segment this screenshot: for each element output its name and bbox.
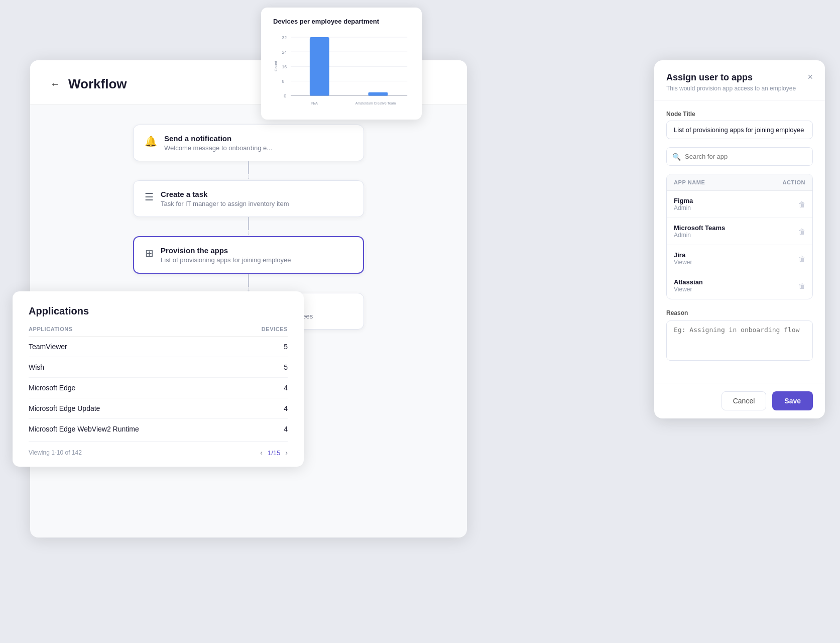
- cancel-button[interactable]: Cancel: [722, 391, 767, 410]
- col-applications-label: APPLICATIONS: [29, 326, 73, 332]
- app-atlassian-name: Atlassian: [674, 278, 703, 286]
- app-devices-msedgewebview: 4: [284, 425, 288, 433]
- node-subtitle-create-task: Task for IT manager to assign inventory …: [161, 200, 289, 207]
- node-title-input[interactable]: [666, 121, 813, 139]
- flow-node-create-task[interactable]: ☰ Create a task Task for IT manager to a…: [133, 180, 364, 217]
- node-subtitle-provision-apps: List of provisioning apps for joining em…: [161, 256, 291, 264]
- task-icon: ☰: [145, 191, 154, 203]
- svg-text:Count: Count: [274, 60, 278, 71]
- app-devices-teamviewer: 5: [284, 343, 288, 351]
- app-name-msedgeupdate: Microsoft Edge Update: [29, 404, 100, 412]
- table-row: Microsoft Edge Update 4: [29, 398, 288, 419]
- chart-area: 32 24 16 8 0 Count N/A Amsterdam Creativ…: [273, 31, 410, 112]
- app-devices-msedgeupdate: 4: [284, 404, 288, 412]
- apps-table-header: APPLICATIONS DEVICES: [29, 326, 288, 337]
- list-item: Atlassian Viewer 🗑: [667, 272, 812, 299]
- assign-footer: Cancel Save: [654, 383, 825, 418]
- delete-atlassian-icon[interactable]: 🗑: [798, 282, 805, 290]
- svg-text:Amsterdam Creative Team: Amsterdam Creative Team: [355, 101, 396, 105]
- col-app-name-label: APP NAME: [674, 179, 705, 185]
- app-jira-role: Viewer: [674, 259, 692, 266]
- apps-list-table: APP NAME ACTION Figma Admin 🗑 Microsoft …: [666, 174, 813, 299]
- next-page-button[interactable]: ›: [285, 449, 288, 457]
- apps-footer: Viewing 1-10 of 142 ‹ 1/15 ›: [29, 441, 288, 457]
- table-row: Microsoft Edge 4: [29, 378, 288, 398]
- connector-2: [247, 217, 251, 236]
- app-msteams-role: Admin: [674, 232, 725, 239]
- col-action-label: ACTION: [783, 179, 805, 185]
- app-name-teamviewer: TeamViewer: [29, 343, 67, 351]
- list-item: Figma Admin 🗑: [667, 191, 812, 218]
- reason-label: Reason: [666, 309, 813, 316]
- app-atlassian-role: Viewer: [674, 286, 703, 293]
- node-title-label: Node Title: [666, 111, 813, 118]
- svg-text:N/A: N/A: [311, 101, 318, 105]
- svg-rect-11: [310, 37, 329, 96]
- node-title-send-notification-1: Send a notification: [164, 134, 272, 143]
- svg-text:24: 24: [282, 50, 287, 55]
- assign-panel-title: Assign user to apps: [666, 72, 796, 83]
- app-figma-name: Figma: [674, 197, 693, 204]
- pagination[interactable]: ‹ 1/15 ›: [260, 449, 288, 457]
- svg-rect-12: [368, 92, 388, 96]
- table-row: Wish 5: [29, 357, 288, 378]
- app-msteams-name: Microsoft Teams: [674, 224, 725, 232]
- svg-text:0: 0: [284, 93, 286, 98]
- node-title-provision-apps: Provision the apps: [161, 246, 291, 255]
- chart-panel: Devices per employee department 32 24 16…: [261, 8, 422, 120]
- search-icon: 🔍: [672, 153, 681, 161]
- table-row: TeamViewer 5: [29, 337, 288, 357]
- svg-text:16: 16: [282, 64, 287, 69]
- list-item: Microsoft Teams Admin 🗑: [667, 218, 812, 245]
- apps-icon: ⊞: [145, 247, 154, 259]
- flow-node-provision-apps[interactable]: ⊞ Provision the apps List of provisionin…: [133, 236, 364, 274]
- chart-title: Devices per employee department: [273, 18, 410, 25]
- applications-panel: Applications APPLICATIONS DEVICES TeamVi…: [13, 291, 304, 467]
- app-figma-role: Admin: [674, 204, 693, 211]
- assign-header: Assign user to apps This would provision…: [654, 60, 825, 100]
- svg-text:32: 32: [282, 35, 287, 40]
- delete-msteams-icon[interactable]: 🗑: [798, 228, 805, 236]
- apps-table-body: TeamViewer 5 Wish 5 Microsoft Edge 4 Mic…: [29, 337, 288, 439]
- applications-panel-title: Applications: [29, 305, 288, 317]
- svg-text:8: 8: [282, 79, 284, 84]
- save-button[interactable]: Save: [772, 391, 813, 410]
- list-item: Jira Viewer 🗑: [667, 245, 812, 272]
- close-button[interactable]: ×: [807, 72, 813, 81]
- search-input[interactable]: [666, 147, 813, 166]
- delete-jira-icon[interactable]: 🗑: [798, 255, 805, 263]
- app-name-msedge: Microsoft Edge: [29, 384, 75, 392]
- col-devices-label: DEVICES: [262, 326, 288, 332]
- connector-3: [247, 274, 251, 293]
- assign-panel-subtitle: This would provision app access to an em…: [666, 85, 796, 92]
- back-button[interactable]: ←: [50, 78, 60, 90]
- app-devices-wish: 5: [284, 363, 288, 371]
- app-name-msedgewebview: Microsoft Edge WebView2 Runtime: [29, 425, 139, 433]
- apps-list-header: APP NAME ACTION: [667, 174, 812, 191]
- flow-node-send-notification-1[interactable]: 🔔 Send a notification Welcome message to…: [133, 125, 364, 161]
- search-wrapper: 🔍: [666, 147, 813, 166]
- connector-1: [247, 161, 251, 180]
- node-subtitle-send-notification-1: Welcome message to onboarding e...: [164, 144, 272, 152]
- chart-svg: 32 24 16 8 0 Count N/A Amsterdam Creativ…: [273, 31, 410, 112]
- delete-figma-icon[interactable]: 🗑: [798, 200, 805, 208]
- bell-icon: 🔔: [145, 135, 157, 147]
- table-row: Microsoft Edge WebView2 Runtime 4: [29, 419, 288, 439]
- assign-panel: Assign user to apps This would provision…: [654, 60, 825, 418]
- reason-textarea[interactable]: [666, 320, 813, 361]
- assign-body: Node Title 🔍 APP NAME ACTION Figma Admin…: [654, 100, 825, 383]
- app-name-wish: Wish: [29, 363, 44, 371]
- app-devices-msedge: 4: [284, 384, 288, 392]
- app-jira-name: Jira: [674, 251, 692, 259]
- workflow-title: Workflow: [68, 76, 127, 92]
- prev-page-button[interactable]: ‹: [260, 449, 263, 457]
- page-info: 1/15: [268, 449, 280, 457]
- viewing-label: Viewing 1-10 of 142: [29, 449, 82, 456]
- node-title-create-task: Create a task: [161, 190, 289, 198]
